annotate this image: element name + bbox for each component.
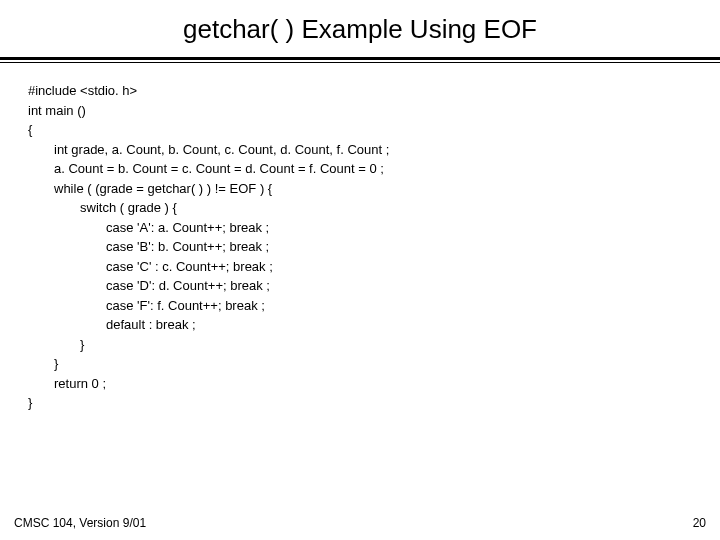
code-line: case 'C' : c. Count++; break ; [28,257,692,277]
code-line: { [28,120,692,140]
title-divider [0,57,720,67]
slide-title: getchar( ) Example Using EOF [0,0,720,57]
code-line: case 'F': f. Count++; break ; [28,296,692,316]
code-line: switch ( grade ) { [28,198,692,218]
code-line: case 'A': a. Count++; break ; [28,218,692,238]
code-line: } [28,393,692,413]
code-line: default : break ; [28,315,692,335]
code-line: } [28,354,692,374]
footer: CMSC 104, Version 9/01 20 [14,516,706,530]
code-line: int grade, a. Count, b. Count, c. Count,… [28,140,692,160]
footer-left: CMSC 104, Version 9/01 [14,516,146,530]
code-line: int main () [28,101,692,121]
code-line: case 'B': b. Count++; break ; [28,237,692,257]
code-line: #include <stdio. h> [28,81,692,101]
code-line: case 'D': d. Count++; break ; [28,276,692,296]
footer-page-number: 20 [693,516,706,530]
code-line: a. Count = b. Count = c. Count = d. Coun… [28,159,692,179]
code-line: while ( (grade = getchar( ) ) != EOF ) { [28,179,692,199]
code-line: } [28,335,692,355]
code-line: return 0 ; [28,374,692,394]
code-block: #include <stdio. h> int main () { int gr… [0,67,720,413]
